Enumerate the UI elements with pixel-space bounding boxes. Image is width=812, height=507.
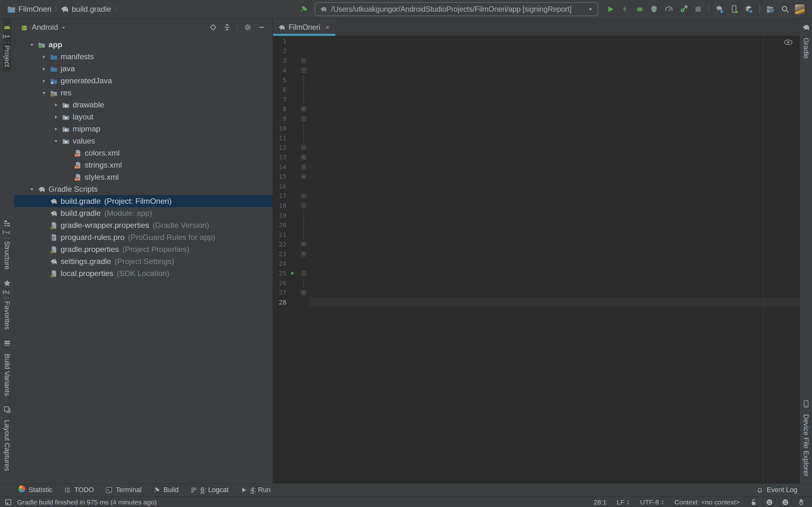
none-icon[interactable]: [297, 259, 310, 269]
tree-item[interactable]: java: [14, 63, 272, 75]
code-line[interactable]: 22: [273, 239, 800, 249]
tool-button-project[interactable]: 1: Project: [3, 19, 11, 72]
fold-guide-icon[interactable]: [297, 230, 310, 240]
tree-item[interactable]: res: [14, 87, 272, 99]
apply-changes-button[interactable]: [618, 2, 632, 16]
code-line[interactable]: 10: [273, 124, 800, 133]
highlighting-level-icon[interactable]: [798, 498, 805, 506]
tool-window-switcher-icon[interactable]: [4, 498, 12, 506]
tree-item[interactable]: manifests: [14, 51, 272, 63]
avd-manager-button[interactable]: [727, 2, 742, 16]
tree-item[interactable]: mipmap: [14, 123, 272, 135]
fold-start-icon[interactable]: [297, 56, 310, 66]
none-icon[interactable]: [297, 46, 310, 56]
code-line[interactable]: 20: [273, 220, 800, 230]
tree-item[interactable]: drawable: [14, 99, 272, 111]
chevron-down-icon[interactable]: [39, 90, 49, 96]
code-line[interactable]: 26: [273, 278, 800, 288]
run-configuration-combo[interactable]: /Users/utkuakgungor/AndroidStudioProject…: [315, 2, 598, 16]
code-line[interactable]: 28: [273, 297, 800, 307]
tool-button-run[interactable]: 4: Run: [235, 484, 276, 496]
tool-button-todo[interactable]: TODO: [58, 484, 100, 496]
code-line[interactable]: 3: [273, 56, 800, 66]
code-line[interactable]: 19: [273, 210, 800, 220]
tree-item[interactable]: build.gradle (Module: app): [14, 207, 272, 219]
fold-end-icon[interactable]: [297, 153, 310, 162]
fold-end-icon[interactable]: [297, 104, 310, 114]
caret-position[interactable]: 28:1: [594, 498, 607, 506]
code-line[interactable]: 23: [273, 249, 800, 259]
code-line[interactable]: 5: [273, 75, 800, 85]
debug-button[interactable]: [632, 2, 647, 16]
tree-item[interactable]: <> strings.xml: [14, 159, 272, 171]
code-line[interactable]: 12: [273, 143, 800, 153]
line-separator-selector[interactable]: LF: [617, 498, 630, 506]
none-icon[interactable]: [297, 297, 310, 307]
tree-item[interactable]: <> styles.xml: [14, 171, 272, 183]
breadcrumb-item[interactable]: FilmOneri: [7, 5, 58, 14]
lock-icon[interactable]: [750, 498, 757, 506]
attach-debugger-button[interactable]: [676, 2, 691, 16]
chevron-down-icon[interactable]: [51, 138, 61, 144]
collapse-all-button[interactable]: [221, 21, 234, 34]
smiley-face-icon[interactable]: [766, 498, 773, 506]
tool-button-logcat[interactable]: 6: Logcat: [184, 484, 234, 496]
fold-guide-icon[interactable]: [297, 220, 310, 230]
tree-item[interactable]: build.gradle (Project: FilmOneri): [14, 195, 272, 207]
tool-button-terminal[interactable]: Terminal: [100, 484, 147, 496]
run-line-icon[interactable]: [288, 268, 297, 278]
settings-gear-button[interactable]: [241, 21, 254, 34]
code-line[interactable]: 14: [273, 162, 800, 172]
fold-end-icon[interactable]: [297, 288, 310, 297]
fold-end-icon[interactable]: [297, 162, 310, 172]
tree-item[interactable]: values: [14, 135, 272, 147]
breadcrumb-item[interactable]: build.gradle: [60, 5, 118, 14]
code-line[interactable]: 15: [273, 172, 800, 181]
context-indicator[interactable]: Context: <no context>: [675, 498, 740, 506]
none-icon[interactable]: [297, 37, 310, 46]
sdk-manager-button[interactable]: [742, 2, 756, 16]
close-icon[interactable]: [323, 25, 330, 30]
encoding-selector[interactable]: UTF-8: [640, 498, 664, 506]
chevron-down-icon[interactable]: [27, 42, 37, 48]
code-line[interactable]: 27: [273, 288, 800, 297]
fold-end-icon[interactable]: [297, 239, 310, 249]
chevron-down-icon[interactable]: [61, 24, 66, 30]
fold-start-icon[interactable]: [297, 114, 310, 124]
tree-item[interactable]: gradle.properties (Project Properties): [14, 243, 272, 256]
fold-start-icon[interactable]: [297, 191, 310, 201]
profile-avatar[interactable]: [792, 2, 807, 16]
tool-button-build-variants[interactable]: Build Variants: [3, 335, 11, 401]
tool-button-layout-captures[interactable]: Layout Captures: [3, 401, 11, 475]
stop-button[interactable]: [691, 2, 705, 16]
fold-start-icon[interactable]: [297, 143, 310, 153]
none-icon[interactable]: [297, 181, 310, 191]
fold-end-icon[interactable]: [297, 249, 310, 259]
fold-guide-icon[interactable]: [297, 210, 310, 221]
tree-item[interactable]: <> colors.xml: [14, 147, 272, 159]
tool-button-structure[interactable]: 7: Structure: [3, 215, 11, 274]
fold-guide-icon[interactable]: [297, 278, 310, 288]
chevron-right-icon[interactable]: [51, 102, 61, 108]
tool-button-build[interactable]: Build: [147, 484, 184, 496]
sync-gradle-button[interactable]: [712, 2, 727, 16]
tool-button-favorites[interactable]: 2: Favorites: [3, 274, 11, 335]
run-button[interactable]: [603, 2, 618, 16]
chevron-right-icon[interactable]: [39, 78, 49, 83]
fold-start-icon[interactable]: [297, 201, 310, 211]
fold-guide-icon[interactable]: [297, 75, 310, 85]
chevron-right-icon[interactable]: [51, 126, 61, 132]
code-line[interactable]: 2: [273, 46, 800, 56]
code-line[interactable]: 8: [273, 104, 800, 114]
chevron-right-icon[interactable]: [39, 66, 49, 72]
chevron-right-icon[interactable]: [39, 54, 49, 60]
code-line[interactable]: 21: [273, 230, 800, 239]
code-editor[interactable]: 1 2 3: [273, 36, 800, 483]
code-line[interactable]: 25: [273, 268, 800, 278]
code-line[interactable]: 11: [273, 133, 800, 143]
run-coverage-button[interactable]: [647, 2, 662, 16]
build-button[interactable]: [296, 2, 311, 16]
status-message[interactable]: Gradle build finished in 975 ms (4 minut…: [17, 498, 157, 506]
tool-button-device-file-explorer[interactable]: Device File Explorer: [802, 395, 810, 481]
tree-item[interactable]: local.properties (SDK Location): [14, 268, 272, 279]
